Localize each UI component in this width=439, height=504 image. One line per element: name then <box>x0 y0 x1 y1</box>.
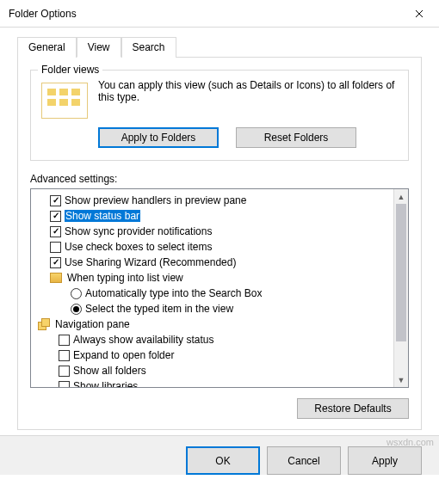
radio-icon[interactable] <box>71 304 82 315</box>
checkbox-icon[interactable] <box>50 257 61 268</box>
checkbox-icon[interactable] <box>50 211 61 222</box>
close-icon <box>415 9 424 18</box>
folder-views-icon <box>41 83 88 119</box>
tab-view[interactable]: View <box>77 37 121 58</box>
dialog-content: General View Search Folder views You can… <box>0 28 439 430</box>
checkbox-icon[interactable] <box>59 366 70 377</box>
advanced-label: Advanced settings: <box>30 173 409 185</box>
folder-views-group: Folder views You can apply this view (su… <box>30 70 409 161</box>
scroll-thumb[interactable] <box>396 204 406 341</box>
apply-to-folders-button[interactable]: Apply to Folders <box>98 127 219 148</box>
scrollbar[interactable]: ▲ ▼ <box>393 189 408 387</box>
folder-views-title: Folder views <box>38 64 102 76</box>
option-expand-open[interactable]: Expand to open folder <box>34 347 405 363</box>
option-select-typed[interactable]: Select the typed item in the view <box>34 301 405 317</box>
advanced-settings-box: Show preview handlers in preview pane Sh… <box>30 188 409 388</box>
group-typing: When typing into list view <box>34 270 405 286</box>
scroll-down-icon[interactable]: ▼ <box>394 372 408 387</box>
window-title: Folder Options <box>9 8 399 20</box>
folder-views-description: You can apply this view (such as Details… <box>98 79 398 103</box>
checkbox-icon[interactable] <box>59 350 70 361</box>
close-button[interactable] <box>399 0 439 28</box>
checkbox-icon[interactable] <box>50 242 61 253</box>
scroll-up-icon[interactable]: ▲ <box>394 189 408 204</box>
checkbox-icon[interactable] <box>59 335 70 346</box>
option-always-availability[interactable]: Always show availability status <box>34 332 405 347</box>
option-show-preview[interactable]: Show preview handlers in preview pane <box>34 193 405 208</box>
scroll-track[interactable] <box>394 204 408 372</box>
apply-button[interactable]: Apply <box>348 446 422 475</box>
restore-defaults-button[interactable]: Restore Defaults <box>297 398 409 419</box>
option-use-checkboxes[interactable]: Use check boxes to select items <box>34 239 405 255</box>
option-show-sync[interactable]: Show sync provider notifications <box>34 224 405 239</box>
checkbox-icon[interactable] <box>50 226 61 237</box>
checkbox-icon[interactable] <box>59 381 70 389</box>
nav-pane-icon <box>38 318 50 330</box>
radio-icon[interactable] <box>71 288 82 299</box>
titlebar: Folder Options <box>0 0 439 28</box>
checkbox-icon[interactable] <box>50 195 61 206</box>
option-use-sharing-wizard[interactable]: Use Sharing Wizard (Recommended) <box>34 255 405 270</box>
reset-folders-button[interactable]: Reset Folders <box>236 127 356 148</box>
cancel-button[interactable]: Cancel <box>267 446 341 475</box>
option-show-libraries[interactable]: Show libraries <box>34 378 405 388</box>
option-auto-type[interactable]: Automatically type into the Search Box <box>34 286 405 301</box>
tab-strip: General View Search <box>17 36 422 57</box>
tab-general[interactable]: General <box>17 37 77 58</box>
ok-button[interactable]: OK <box>186 446 260 475</box>
option-show-all-folders[interactable]: Show all folders <box>34 363 405 378</box>
option-show-status-bar[interactable]: Show status bar <box>34 208 405 224</box>
tab-panel-view: Folder views You can apply this view (su… <box>17 57 422 430</box>
dialog-footer: OK Cancel Apply <box>0 435 439 475</box>
folder-icon <box>50 273 62 283</box>
group-navigation-pane: Navigation pane <box>34 317 405 332</box>
tab-search[interactable]: Search <box>121 37 176 58</box>
